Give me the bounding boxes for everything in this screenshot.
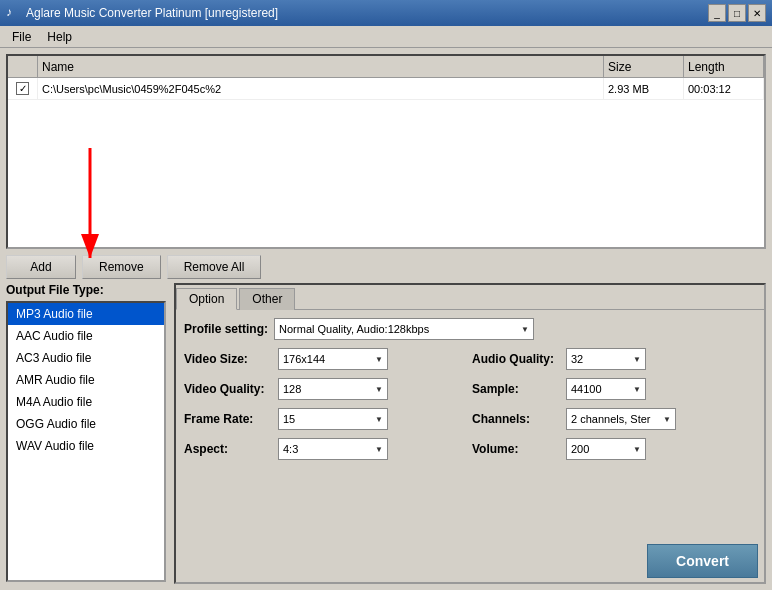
video-size-select[interactable]: 176x144 ▼ [278,348,388,370]
menu-file[interactable]: File [4,28,39,46]
output-type-ogg[interactable]: OGG Audio file [8,413,164,435]
row-filename: C:\Users\pc\Music\0459%2F045c%2 [38,78,604,99]
tab-option[interactable]: Option [176,288,237,310]
video-quality-arrow: ▼ [375,385,383,394]
output-type-list: MP3 Audio file AAC Audio file AC3 Audio … [6,301,166,582]
output-type-label: Output File Type: [6,283,166,297]
volume-row: Volume: 200 ▼ [472,438,756,460]
minimize-button[interactable]: _ [708,4,726,22]
buttons-row: Add Remove Remove All [6,255,766,279]
output-type-wav[interactable]: WAV Audio file [8,435,164,457]
frame-rate-row: Frame Rate: 15 ▼ [184,408,468,430]
profile-setting-row: Profile setting: Normal Quality, Audio:1… [184,318,756,340]
video-size-arrow: ▼ [375,355,383,364]
video-size-value: 176x144 [283,353,325,365]
video-size-row: Video Size: 176x144 ▼ [184,348,468,370]
channels-arrow: ▼ [663,415,671,424]
sample-label: Sample: [472,382,562,396]
row-filelength: 00:03:12 [684,78,764,99]
output-type-amr[interactable]: AMR Audio file [8,369,164,391]
add-button[interactable]: Add [6,255,76,279]
main-window: Name Size Length C:\Users\pc\Music\0459%… [0,48,772,590]
audio-quality-value: 32 [571,353,583,365]
col-header-length: Length [684,56,764,77]
profile-setting-label: Profile setting: [184,322,268,336]
convert-button[interactable]: Convert [647,544,758,578]
row-checkbox[interactable] [8,78,38,99]
settings-right: Audio Quality: 32 ▼ Sample: 44100 ▼ [472,348,756,460]
audio-quality-select[interactable]: 32 ▼ [566,348,646,370]
row-filesize: 2.93 MB [604,78,684,99]
close-button[interactable]: ✕ [748,4,766,22]
menu-help[interactable]: Help [39,28,80,46]
audio-quality-row: Audio Quality: 32 ▼ [472,348,756,370]
frame-rate-arrow: ▼ [375,415,383,424]
aspect-arrow: ▼ [375,445,383,454]
sample-select[interactable]: 44100 ▼ [566,378,646,400]
volume-label: Volume: [472,442,562,456]
channels-value: 2 channels, Ster [571,413,651,425]
title-bar: ♪ Aglare Music Converter Platinum [unreg… [0,0,772,26]
aspect-label: Aspect: [184,442,274,456]
window-title: Aglare Music Converter Platinum [unregis… [26,6,278,20]
channels-row: Channels: 2 channels, Ster ▼ [472,408,756,430]
video-size-label: Video Size: [184,352,274,366]
bottom-area: Output File Type: MP3 Audio file AAC Aud… [6,283,766,584]
aspect-select[interactable]: 4:3 ▼ [278,438,388,460]
col-header-name: Name [38,56,604,77]
tab-other[interactable]: Other [239,288,295,310]
video-quality-value: 128 [283,383,301,395]
channels-label: Channels: [472,412,562,426]
aspect-row: Aspect: 4:3 ▼ [184,438,468,460]
file-list-header: Name Size Length [8,56,764,78]
volume-arrow: ▼ [633,445,641,454]
frame-rate-select[interactable]: 15 ▼ [278,408,388,430]
profile-setting-value: Normal Quality, Audio:128kbps [279,323,429,335]
volume-select[interactable]: 200 ▼ [566,438,646,460]
settings-left: Video Size: 176x144 ▼ Video Quality: 128… [184,348,468,460]
settings-content: Profile setting: Normal Quality, Audio:1… [176,310,764,540]
sample-arrow: ▼ [633,385,641,394]
aspect-value: 4:3 [283,443,298,455]
output-type-mp3[interactable]: MP3 Audio file [8,303,164,325]
audio-quality-label: Audio Quality: [472,352,562,366]
channels-select[interactable]: 2 channels, Ster ▼ [566,408,676,430]
maximize-button[interactable]: □ [728,4,746,22]
output-type-panel: Output File Type: MP3 Audio file AAC Aud… [6,283,166,584]
col-header-check [8,56,38,77]
checkbox-icon [16,82,29,95]
output-type-ac3[interactable]: AC3 Audio file [8,347,164,369]
settings-grid: Video Size: 176x144 ▼ Video Quality: 128… [184,348,756,460]
tabs-row: Option Other [176,285,764,310]
window-controls: _ □ ✕ [708,4,766,22]
volume-value: 200 [571,443,589,455]
profile-setting-select[interactable]: Normal Quality, Audio:128kbps ▼ [274,318,534,340]
convert-btn-area: Convert [176,540,764,582]
video-quality-select[interactable]: 128 ▼ [278,378,388,400]
settings-panel: Option Other Profile setting: Normal Qua… [174,283,766,584]
frame-rate-value: 15 [283,413,295,425]
sample-row: Sample: 44100 ▼ [472,378,756,400]
table-row[interactable]: C:\Users\pc\Music\0459%2F045c%2 2.93 MB … [8,78,764,100]
remove-button[interactable]: Remove [82,255,161,279]
video-quality-row: Video Quality: 128 ▼ [184,378,468,400]
output-type-aac[interactable]: AAC Audio file [8,325,164,347]
profile-setting-arrow: ▼ [521,325,529,334]
col-header-size: Size [604,56,684,77]
menu-bar: File Help [0,26,772,48]
output-type-m4a[interactable]: M4A Audio file [8,391,164,413]
app-icon: ♪ [6,5,22,21]
title-bar-left: ♪ Aglare Music Converter Platinum [unreg… [6,5,278,21]
remove-all-button[interactable]: Remove All [167,255,262,279]
sample-value: 44100 [571,383,602,395]
video-quality-label: Video Quality: [184,382,274,396]
file-list-container: Name Size Length C:\Users\pc\Music\0459%… [6,54,766,249]
audio-quality-arrow: ▼ [633,355,641,364]
frame-rate-label: Frame Rate: [184,412,274,426]
